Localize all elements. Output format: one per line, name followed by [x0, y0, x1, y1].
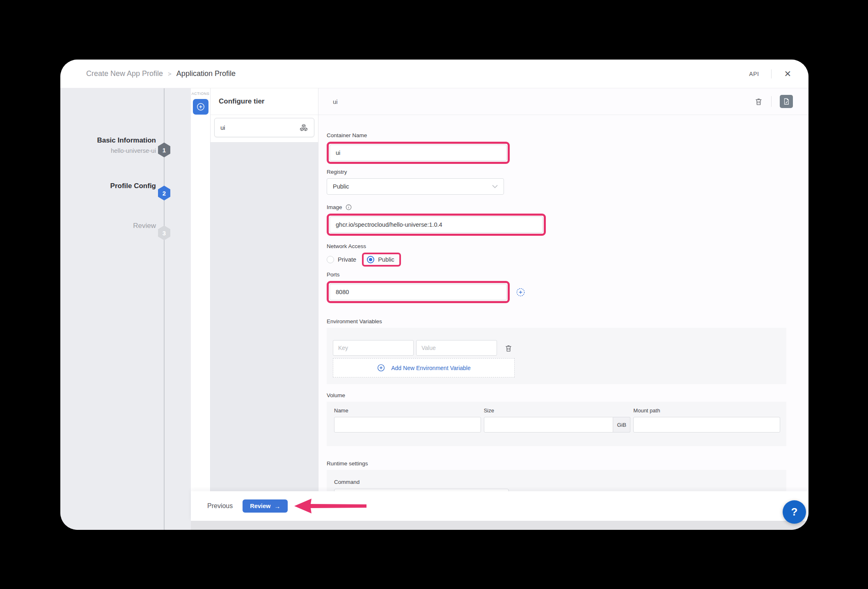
tier-item-ui[interactable]: ui — [214, 118, 314, 137]
arrow-right-icon: → — [274, 503, 280, 510]
registry-label: Registry — [327, 169, 786, 175]
step-badge-2: 2 — [158, 186, 170, 200]
volume-mount-path-label: Mount path — [633, 407, 780, 414]
env-value-input[interactable] — [416, 340, 497, 356]
stepper-sidebar: Basic Information hello-universe-ui 1 Pr… — [60, 88, 191, 530]
modal-header: Create New App Profile > Application Pro… — [60, 60, 808, 88]
manifest-editor-button[interactable] — [780, 95, 793, 108]
tier-list: ui — [211, 115, 318, 142]
network-access-group: Private Public — [327, 253, 786, 267]
close-icon[interactable]: ✕ — [784, 69, 791, 78]
env-key-input[interactable] — [333, 340, 414, 356]
previous-button[interactable]: Previous — [207, 502, 233, 510]
breadcrumb: Create New App Profile > Application Pro… — [86, 69, 236, 78]
file-edit-icon — [783, 98, 790, 105]
tier-item-label: ui — [220, 124, 225, 131]
step-title: Basic Information — [97, 136, 156, 145]
actions-label: ACTIONS — [191, 92, 210, 96]
step-title: Review — [133, 222, 156, 230]
chevron-down-icon — [492, 185, 498, 189]
breadcrumb-separator: > — [168, 70, 172, 77]
radio-private-label: Private — [338, 256, 356, 263]
breadcrumb-current: Application Profile — [176, 69, 236, 78]
radio-private[interactable]: Private — [327, 256, 356, 263]
circle-plus-icon — [377, 364, 385, 372]
delete-tier-button[interactable] — [754, 97, 763, 106]
volume-name-label: Name — [334, 407, 481, 414]
tier-editor-header: ui — [318, 88, 808, 115]
env-variables-label: Environment Variables — [327, 318, 786, 324]
cubes-icon — [299, 123, 308, 132]
page-background: Create New App Profile > Application Pro… — [0, 0, 868, 589]
tier-form: Container Name Registry Public Image — [318, 115, 808, 491]
trash-icon — [504, 344, 513, 352]
public-annotation: Public — [362, 253, 401, 267]
runtime-settings-label: Runtime settings — [327, 460, 786, 467]
tier-column: Configure tier ui — [211, 88, 318, 491]
tier-panel-title: Configure tier — [211, 88, 318, 115]
ports-label: Ports — [327, 271, 786, 278]
add-env-variable-label: Add New Environment Variable — [391, 365, 471, 371]
wizard-footer: Previous Review → — [191, 491, 808, 521]
review-button[interactable]: Review → — [243, 499, 288, 513]
tier-list-background — [211, 142, 318, 491]
header-actions: API ✕ — [749, 69, 791, 78]
tools-divider — [771, 96, 772, 107]
step-subtitle: hello-universe-ui — [97, 147, 156, 154]
volume-size-label: Size — [484, 407, 631, 414]
add-port-icon[interactable] — [516, 288, 525, 297]
registry-selected-value: Public — [333, 183, 349, 190]
network-access-label: Network Access — [327, 243, 786, 249]
radio-public[interactable]: Public — [367, 256, 394, 263]
command-label: Command — [334, 479, 786, 485]
radio-private-circle[interactable] — [327, 256, 334, 263]
add-env-variable-button[interactable]: Add New Environment Variable — [333, 358, 515, 377]
container-name-input[interactable] — [330, 145, 507, 161]
env-variables-panel: Add New Environment Variable — [327, 328, 786, 384]
actions-column: ACTIONS — [191, 88, 211, 491]
breadcrumb-parent[interactable]: Create New App Profile — [86, 69, 163, 78]
help-button[interactable]: ? — [783, 500, 806, 524]
image-annotation — [327, 214, 546, 236]
image-label: Image — [327, 204, 786, 210]
info-icon[interactable] — [346, 204, 352, 210]
modal-bottom-strip — [191, 521, 808, 530]
tier-editor-title: ui — [333, 98, 338, 105]
volume-size-input[interactable] — [484, 417, 614, 433]
delete-env-row-button[interactable] — [504, 344, 513, 352]
registry-select[interactable]: Public — [327, 178, 504, 195]
api-button[interactable]: API — [749, 71, 759, 77]
volume-panel: Name Size GiB Mount path — [327, 402, 786, 446]
trash-icon — [754, 97, 763, 106]
ports-input[interactable] — [330, 284, 507, 300]
ports-annotation — [327, 281, 510, 303]
radio-public-label: Public — [378, 256, 394, 263]
question-mark-icon: ? — [791, 506, 798, 518]
step-title: Profile Config — [110, 182, 156, 190]
header-divider — [771, 69, 772, 78]
add-tier-button[interactable] — [193, 99, 208, 115]
step-badge-3: 3 — [158, 225, 170, 240]
volume-label: Volume — [327, 392, 786, 398]
review-button-label: Review — [250, 503, 270, 509]
runtime-settings-panel: Command — [327, 470, 786, 491]
volume-mount-path-input[interactable] — [633, 417, 780, 433]
circle-plus-icon — [196, 102, 205, 111]
container-name-annotation — [327, 142, 510, 164]
annotation-arrow-icon — [293, 497, 367, 515]
image-input[interactable] — [330, 216, 543, 233]
radio-public-circle[interactable] — [367, 256, 374, 263]
volume-size-unit: GiB — [613, 417, 630, 433]
step-badge-1: 1 — [158, 143, 170, 157]
create-app-profile-modal: Create New App Profile > Application Pro… — [60, 60, 808, 530]
volume-name-input[interactable] — [334, 417, 481, 433]
tier-editor: ui Container Name — [318, 88, 808, 491]
container-name-label: Container Name — [327, 132, 786, 138]
